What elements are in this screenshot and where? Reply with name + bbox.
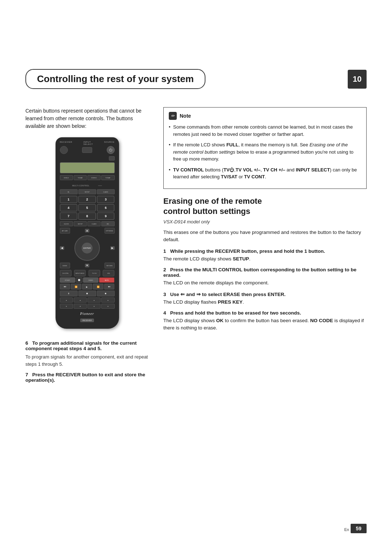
- setup-right-btn: STP/SEND: [105, 228, 115, 234]
- erase-section-intro: This erases one of the buttons you have …: [163, 229, 367, 244]
- small-display: [109, 156, 115, 161]
- ch-section: ▲ ▲ ▲ ▲ ▼ ▼ ▼ ▼: [60, 297, 115, 309]
- lcd-display: [60, 162, 115, 173]
- bl-button: BL: [60, 189, 78, 194]
- nav-bottom-row: GUIDE ▼ RETURN: [60, 263, 115, 268]
- remote-top-buttons-row: ⏻: [60, 146, 115, 154]
- right-column: ✏ Note Some commands from other remote c…: [163, 107, 367, 333]
- mute-btn: MUTE: [99, 278, 114, 283]
- num-btn-9: 9: [97, 212, 114, 220]
- playback-row2: ⏸ ⏹ ⏺: [60, 291, 115, 296]
- dvdivc-button: DVDIVC: [87, 175, 101, 180]
- tv-ch-btn: TV CH: [89, 270, 100, 276]
- playback-row: ⏮ ⏪ ▶ ⏩ ⏭: [60, 284, 115, 289]
- step-6-body: To program signals for another component…: [25, 353, 149, 368]
- chapter-number-box: 10: [348, 70, 367, 89]
- page-number: 59: [351, 524, 367, 533]
- erase-section: Erasing one of the remotecontrol button …: [163, 196, 367, 332]
- mc-button: MC: [101, 221, 114, 226]
- header-section: Controlling the rest of your system 10: [25, 69, 367, 89]
- remote-container: RECEIVER INPUTSELECT SOURCE ⏻: [25, 137, 149, 329]
- ch-btn7: ▼: [87, 304, 101, 309]
- dvdld-button: DVDLD: [60, 175, 73, 180]
- step-3-heading: 3 Use ⇐ and ⇒ to select ERASE then press…: [163, 291, 367, 297]
- stvinkp-btn: STVINP: [60, 278, 75, 283]
- note-item-1: Some commands from other remote controls…: [169, 123, 361, 138]
- bottom-left: 6 To program additional signals for the …: [25, 340, 149, 385]
- ch-btn8: ▼: [101, 304, 114, 309]
- num-btn-7: 7: [60, 212, 77, 220]
- ch-btn1: ▲: [60, 297, 73, 303]
- erase-section-title: Erasing one of the remotecontrol button …: [163, 196, 367, 217]
- input-select-button: [82, 147, 92, 153]
- class2-button: CLASS: [87, 221, 101, 226]
- multi-control-label: MULTI-CONTROL ═══: [60, 182, 115, 188]
- num-btn-4: 4: [60, 204, 77, 211]
- note-box: ✏ Note Some commands from other remote c…: [163, 107, 367, 189]
- step-3-body: The LCD display flashes PRES KEY.: [163, 299, 367, 306]
- tvsat-button2: TV/SAT: [101, 175, 114, 180]
- up-btn: ▲: [85, 229, 89, 232]
- brand-name: Pioneer: [60, 312, 115, 316]
- bottom-content: 6 To program additional signals for the …: [25, 340, 367, 385]
- stop-btn: ⏹: [78, 291, 96, 296]
- rec-btn: ⏺: [97, 291, 115, 296]
- remote-illustration: RECEIVER INPUTSELECT SOURCE ⏻: [56, 137, 119, 329]
- ch-row1: ▲ ▲ ▲ ▲: [60, 297, 115, 303]
- step-2-heading: 2 Press the the MULTI CONTROL button cor…: [163, 267, 367, 278]
- dvino-btn: DVINO: [83, 278, 98, 283]
- play-btn: ▶: [82, 284, 93, 289]
- input-select-label: INPUTSELECT: [83, 141, 93, 145]
- num-btn-3: 3: [97, 196, 114, 203]
- mc-icon-btn: ⬜: [76, 278, 82, 283]
- guide-btn: GUIDE: [60, 263, 70, 268]
- ch-btn4: ▲: [101, 297, 114, 303]
- power-icon: ⏻: [109, 148, 112, 152]
- erase-section-subtitle: VSX-D914 model only: [163, 219, 367, 224]
- step-2-body: The LCD on the remote displays the compo…: [163, 279, 367, 287]
- ff-btn: ⏩: [93, 284, 103, 289]
- remote-top-labels: RECEIVER INPUTSELECT SOURCE: [60, 141, 115, 145]
- input-sel-btn: INPUT SRCS: [74, 270, 86, 276]
- receiver-button: [60, 146, 68, 154]
- bottom-right: [163, 340, 367, 385]
- left-btn: ◀: [60, 246, 64, 250]
- num-btn-8: 8: [78, 212, 96, 220]
- ch-row2: ▼ ▼ ▼ ▼: [60, 304, 115, 309]
- enter-nav-wheel: ENTER: [74, 235, 100, 261]
- chapter-title: Controlling the rest of your system: [37, 73, 194, 84]
- ch-ctrl-btn: CH CTRL: [60, 270, 72, 276]
- page-lang: En: [344, 527, 349, 532]
- section-buttons-row1: DVDLD TV/SAT DVDIVC TV/SAT: [60, 175, 115, 180]
- mute-section: STVINP ⬜ DVINO MUTE: [60, 278, 115, 296]
- skip-back-btn: ⏮: [60, 284, 70, 289]
- stvinp-row: STVINP ⬜ DVINO MUTE: [60, 278, 115, 283]
- pause-btn: ⏸: [60, 291, 78, 296]
- ch-btn5: ▼: [60, 304, 73, 309]
- note-header: ✏ Note: [169, 112, 361, 120]
- receiver-label-tag: RECEIVER: [80, 319, 94, 322]
- step-7-heading: 7 Press the RECEIVER button to exit and …: [25, 372, 149, 383]
- atv-btn: ATY+MH: [60, 228, 70, 234]
- intro-text: Certain buttons represent operations tha…: [25, 107, 149, 130]
- num-btn-1: 1: [60, 196, 77, 203]
- rewind-btn: ⏪: [71, 284, 81, 289]
- chapter-title-box: Controlling the rest of your system: [25, 69, 205, 89]
- step-6-heading: 6 To program additional signals for the …: [25, 340, 149, 351]
- num-btn-5: 5: [78, 204, 96, 211]
- chapter-number: 10: [353, 74, 362, 84]
- enter-button: ENTER: [82, 243, 93, 254]
- volume-row: CH CTRL INPUT SRCS TV CH VOL: [60, 270, 115, 276]
- left-column: Certain buttons represent operations tha…: [25, 107, 149, 333]
- setup-btm-button: SETUP: [74, 221, 87, 226]
- nav-center: ▲: [85, 229, 89, 232]
- page-container: Controlling the rest of your system 10 C…: [0, 0, 392, 555]
- down-btn: ▼: [85, 264, 89, 267]
- nav-middle-row: ◀ ENTER ▶: [60, 235, 115, 262]
- num-btn-6: 6: [97, 204, 114, 211]
- extra-buttons-row: GLKSS SETUP CLASS MC: [60, 221, 115, 226]
- receiver-label: RECEIVER: [60, 141, 73, 145]
- section-buttons-row2: BL SETUP CLASS: [60, 189, 115, 194]
- num-btn-2: 2: [78, 196, 96, 203]
- note-item-2: If the remote LCD shows FULL, it means t…: [169, 141, 361, 163]
